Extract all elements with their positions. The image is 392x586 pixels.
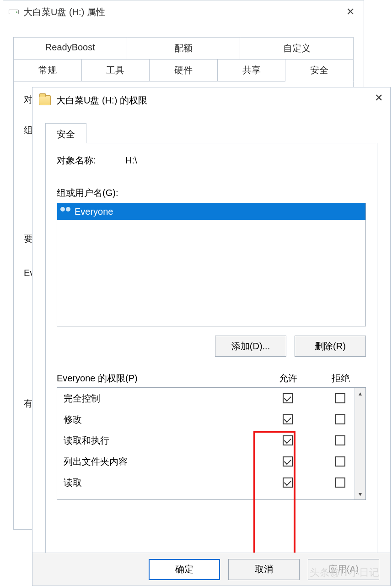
object-name-row: 对象名称: H:\ — [57, 154, 366, 167]
permission-name: 列出文件夹内容 — [64, 456, 260, 468]
window-title: 大白菜U盘 (H:) 的权限 — [56, 94, 147, 107]
permission-name: 读取和执行 — [64, 434, 260, 447]
permission-row: 修改 — [57, 409, 365, 430]
tab-readyboost[interactable]: ReadyBoost — [13, 37, 127, 59]
deny-checkbox[interactable] — [335, 393, 345, 403]
tab-tools[interactable]: 工具 — [82, 59, 150, 81]
scrollbar[interactable]: ▴ ▾ — [354, 388, 365, 499]
permission-name: 完全控制 — [64, 392, 260, 405]
allow-cell — [260, 414, 315, 424]
deny-checkbox[interactable] — [335, 414, 345, 424]
cancel-button[interactable]: 取消 — [228, 559, 300, 580]
folder-icon — [39, 95, 51, 105]
tab-security[interactable]: 安全 — [45, 123, 86, 143]
tab-quota[interactable]: 配额 — [127, 37, 241, 59]
dialog-body: 安全 对象名称: H:\ 组或用户名(G): Everyone 添加(D)...… — [32, 113, 390, 586]
titlebar[interactable]: 大白菜U盘 (H:) 的权限 ✕ — [32, 87, 390, 113]
add-remove-row: 添加(D)... 删除(R) — [57, 336, 366, 357]
scroll-down-icon[interactable]: ▾ — [355, 488, 365, 499]
security-panel: 对象名称: H:\ 组或用户名(G): Everyone 添加(D)... 删除… — [45, 143, 377, 555]
tab-sharing[interactable]: 共享 — [218, 59, 286, 81]
users-listbox[interactable]: Everyone — [57, 203, 366, 326]
add-button[interactable]: 添加(D)... — [215, 336, 286, 357]
close-button[interactable]: ✕ — [343, 4, 358, 20]
permission-name: 读取 — [64, 477, 260, 489]
window-title: 大白菜U盘 (H:) 属性 — [23, 6, 105, 18]
dialog-button-row: 确定 取消 应用(A) — [32, 553, 390, 586]
permission-row: 读取 — [57, 472, 365, 493]
group-users-label: 组或用户名(G): — [57, 187, 366, 199]
permissions-header: Everyone 的权限(P) 允许 拒绝 — [57, 372, 366, 385]
allow-checkbox[interactable] — [283, 435, 293, 445]
permissions-listbox: 完全控制修改读取和执行列出文件夹内容读取 ▴ ▾ — [57, 387, 366, 500]
column-allow: 允许 — [261, 372, 316, 385]
object-name-value: H:\ — [125, 155, 137, 166]
ok-button[interactable]: 确定 — [149, 559, 220, 580]
allow-cell — [260, 477, 315, 488]
tab-strip-rest — [86, 123, 377, 143]
allow-checkbox[interactable] — [283, 477, 293, 488]
permission-row: 列出文件夹内容 — [57, 451, 365, 472]
deny-checkbox[interactable] — [335, 477, 345, 488]
tab-general[interactable]: 常规 — [13, 59, 82, 81]
allow-checkbox[interactable] — [283, 456, 293, 467]
tab-security[interactable]: 安全 — [285, 59, 354, 81]
allow-checkbox[interactable] — [283, 414, 293, 424]
permission-row: 完全控制 — [57, 388, 365, 409]
users-icon — [60, 207, 71, 216]
tabs-row-bottom: 常规 工具 硬件 共享 安全 — [13, 59, 354, 81]
permission-row: 读取和执行 — [57, 430, 365, 451]
column-deny: 拒绝 — [316, 372, 366, 385]
allow-cell — [260, 435, 315, 445]
deny-checkbox[interactable] — [335, 435, 345, 445]
deny-checkbox[interactable] — [335, 456, 345, 467]
tab-custom[interactable]: 自定义 — [240, 37, 354, 59]
object-name-label: 对象名称: — [57, 154, 125, 167]
apply-button[interactable]: 应用(A) — [308, 559, 379, 580]
sub-tabs: 安全 — [45, 123, 377, 143]
permissions-header-left: Everyone 的权限(P) — [57, 372, 261, 385]
allow-checkbox[interactable] — [283, 393, 293, 403]
list-item[interactable]: Everyone — [57, 203, 365, 220]
tab-hardware[interactable]: 硬件 — [150, 59, 218, 81]
scroll-up-icon[interactable]: ▴ — [355, 388, 365, 399]
drive-icon — [9, 10, 19, 14]
allow-cell — [260, 393, 315, 403]
close-button[interactable]: ✕ — [375, 93, 383, 103]
tabs-row-top: ReadyBoost 配额 自定义 — [13, 37, 354, 59]
permission-name: 修改 — [64, 413, 260, 426]
titlebar[interactable]: 大白菜U盘 (H:) 属性 ✕ — [3, 0, 364, 23]
list-item-label: Everyone — [75, 206, 113, 217]
close-icon: ✕ — [346, 7, 354, 17]
permissions-window: 大白菜U盘 (H:) 的权限 ✕ 安全 对象名称: H:\ 组或用户名(G): … — [32, 87, 391, 586]
allow-cell — [260, 456, 315, 467]
close-icon: ✕ — [375, 92, 383, 103]
remove-button[interactable]: 删除(R) — [295, 336, 366, 357]
